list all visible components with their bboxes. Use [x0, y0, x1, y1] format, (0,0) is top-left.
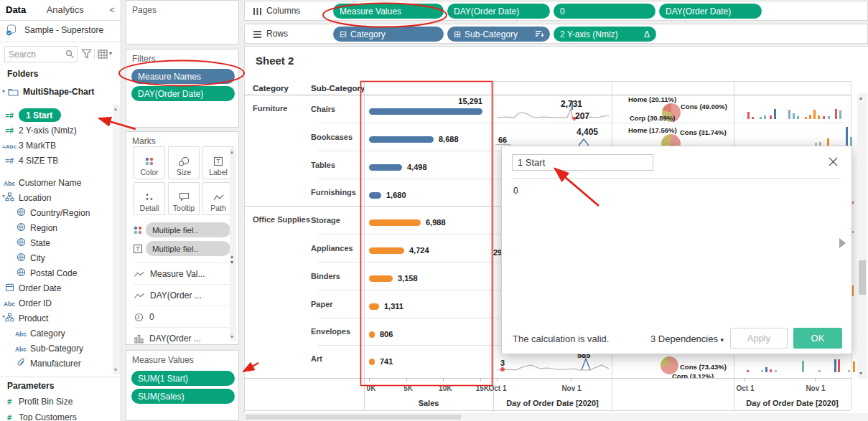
sales-bar[interactable] — [369, 359, 375, 365]
marks-shelf-pill-row[interactable]: TMultiple fiel.. — [133, 241, 230, 256]
marks-pill[interactable]: Multiple fiel.. — [146, 222, 230, 237]
marks-scrollbar[interactable]: ▴ ▾ ▴▾ — [230, 148, 236, 341]
expand-editor-icon[interactable] — [839, 238, 846, 248]
mini-bar[interactable] — [760, 117, 762, 119]
marks-pill[interactable]: Multiple fiel.. — [146, 241, 230, 256]
mini-bar[interactable] — [828, 116, 830, 119]
close-icon[interactable] — [828, 156, 839, 167]
rows-pill[interactable]: ⊞Sub-Category — [447, 27, 550, 42]
apply-button[interactable]: Apply — [730, 328, 788, 349]
mini-bar[interactable] — [752, 117, 754, 119]
filter-pill[interactable]: DAY(Order Date) — [131, 86, 235, 101]
mini-bar[interactable] — [775, 370, 777, 372]
marks-measure-item[interactable]: DAY(Order ... — [134, 284, 230, 301]
mini-bar[interactable] — [839, 110, 841, 119]
collapse-pane-icon[interactable]: < — [109, 4, 115, 15]
dependencies-dropdown[interactable]: 3 Dependencies ▾ — [650, 334, 724, 344]
measure-values-card[interactable]: Measure Values SUM(1 Start)SUM(Sales) — [126, 350, 239, 421]
marks-measure-item[interactable]: DAY(Order ... — [134, 327, 230, 344]
field-item-3-marktb[interactable]: =Abc3 MarkTB — [0, 138, 112, 153]
folder-multishape-chart[interactable]: ▾ MultiShape-Chart — [0, 85, 115, 99]
mini-bar[interactable] — [788, 110, 790, 119]
filter-pill[interactable]: Measure Names — [131, 69, 235, 84]
field-item-postal-code[interactable]: Postal Code — [0, 265, 112, 280]
columns-pill[interactable]: DAY(Order Date) — [659, 4, 762, 19]
mini-bar[interactable] — [747, 370, 749, 372]
mini-bar[interactable] — [823, 116, 825, 119]
marks-measure-item[interactable]: 0 — [134, 306, 230, 322]
mini-bar[interactable] — [761, 370, 763, 372]
mini-bar[interactable] — [850, 137, 852, 146]
field-item-manufacturer[interactable]: Manufacturer — [0, 356, 112, 371]
field-item-4-size-tb[interactable]: =#4 SIZE TB — [0, 153, 112, 168]
columns-shelf[interactable]: Columns Measure ValuesDAY(Order Date)0DA… — [244, 1, 868, 21]
mini-bar[interactable] — [846, 127, 848, 146]
sales-bar[interactable] — [369, 164, 402, 171]
filters-card[interactable]: Filters Measure NamesDAY(Order Date) — [126, 49, 239, 128]
rows-pill[interactable]: ⊟Category — [333, 27, 444, 42]
mini-bar[interactable] — [818, 370, 821, 372]
filter-funnel-icon[interactable] — [81, 49, 92, 60]
field-item-1-start[interactable]: =#1 Start — [0, 108, 112, 123]
marks-shelf-pill-row[interactable]: Multiple fiel.. — [133, 222, 230, 237]
field-item-2-y-axis-nmlz-[interactable]: =#2 Y-axis (Nmlz) — [0, 123, 112, 138]
mini-bar[interactable] — [827, 138, 829, 146]
field-item-order-id[interactable]: AbcOrder ID — [0, 295, 112, 311]
marks-button-tooltip[interactable]: Tooltip — [168, 182, 200, 215]
sales-bar[interactable] — [369, 108, 482, 115]
mini-bar[interactable] — [793, 113, 795, 119]
marks-button-size[interactable]: Size — [168, 146, 200, 179]
mini-bar[interactable] — [853, 361, 855, 372]
mini-bar[interactable] — [770, 115, 772, 119]
field-item-country-region[interactable]: Country/Region — [0, 205, 112, 220]
calculation-name-input[interactable]: 1 Start — [512, 154, 653, 171]
tab-analytics[interactable]: Analytics — [41, 0, 90, 19]
marks-measure-item[interactable]: Measure Val... — [134, 262, 230, 279]
mini-bar[interactable] — [797, 116, 799, 119]
columns-pill[interactable]: Measure Values — [333, 4, 444, 19]
field-item-product[interactable]: ▾Product — [0, 311, 112, 326]
tab-data[interactable]: Data — [0, 0, 32, 19]
field-item-category[interactable]: AbcCategory — [0, 326, 112, 341]
sales-bar[interactable] — [369, 303, 379, 310]
sales-bar[interactable] — [369, 219, 421, 226]
sales-bar[interactable] — [369, 136, 434, 143]
field-item-customer-name[interactable]: AbcCustomer Name — [0, 175, 112, 190]
mini-bar[interactable] — [747, 112, 750, 119]
marks-card[interactable]: Marks ColorSizeTLabelDetailTooltipPath M… — [126, 131, 239, 345]
expand-caret-icon[interactable]: ▾ — [2, 193, 5, 199]
formula-text[interactable]: 0 — [513, 186, 518, 196]
view-as-caret-icon[interactable]: ▾ — [109, 50, 112, 57]
view-as-icon[interactable] — [98, 49, 108, 59]
mini-bar[interactable] — [835, 109, 837, 119]
parameter-item-top-customers[interactable]: #Top Customers — [0, 410, 112, 421]
field-item-location[interactable]: ▾Location — [0, 190, 112, 205]
field-item-city[interactable]: City — [0, 250, 112, 265]
pages-card[interactable]: Pages — [126, 0, 239, 44]
rows-pill[interactable]: 2 Y-axis (Nmlz)Δ — [554, 27, 656, 42]
sales-bar[interactable] — [369, 247, 404, 254]
parameter-item-profit-bin-size[interactable]: #Profit Bin Size — [0, 394, 112, 409]
ok-button[interactable]: OK — [793, 328, 842, 349]
marks-button-color[interactable]: Color — [134, 146, 165, 179]
datapane-scrollbar[interactable]: ▴ ▾ — [113, 105, 120, 374]
rows-shelf[interactable]: Rows ⊟Category⊞Sub-Category2 Y-axis (Nml… — [244, 24, 868, 44]
sales-bar[interactable] — [369, 275, 393, 282]
sales-bar[interactable] — [369, 192, 381, 199]
view-horizontal-scrollbar[interactable] — [244, 413, 868, 421]
field-item-state[interactable]: State — [0, 235, 112, 250]
columns-pill[interactable]: DAY(Order Date) — [447, 4, 550, 19]
mini-bar[interactable] — [774, 109, 776, 119]
sales-bar[interactable] — [369, 331, 375, 338]
scrollbar-thumb[interactable] — [859, 260, 866, 295]
expand-hierarchy-icon[interactable]: ⊞ — [454, 29, 461, 39]
field-item-sub-category[interactable]: AbcSub-Category — [0, 341, 112, 356]
mini-bar[interactable] — [848, 370, 850, 372]
mini-bar[interactable] — [818, 115, 820, 119]
mini-bar[interactable] — [838, 359, 840, 372]
measure-values-pill[interactable]: SUM(Sales) — [131, 389, 235, 404]
field-item-region[interactable]: Region — [0, 220, 112, 235]
mini-bar[interactable] — [764, 115, 766, 119]
datasource-row[interactable]: Sample - Superstore — [6, 24, 103, 36]
mini-bar[interactable] — [834, 359, 836, 372]
